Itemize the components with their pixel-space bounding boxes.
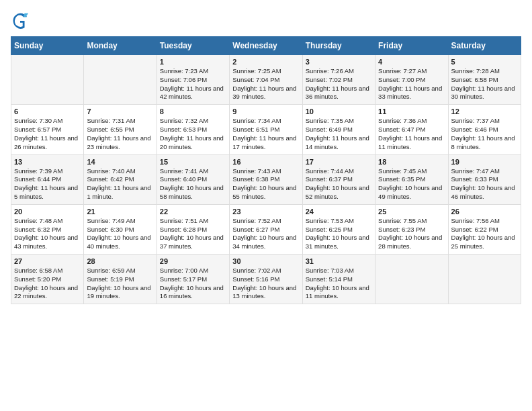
day-cell: 21Sunrise: 7:49 AM Sunset: 6:30 PM Dayli… xyxy=(84,204,157,254)
week-row-4: 20Sunrise: 7:48 AM Sunset: 6:32 PM Dayli… xyxy=(11,204,521,254)
day-cell: 3Sunrise: 7:26 AM Sunset: 7:02 PM Daylig… xyxy=(302,55,375,105)
day-info: Sunrise: 7:25 AM Sunset: 7:04 PM Dayligh… xyxy=(232,67,299,101)
day-info: Sunrise: 6:59 AM Sunset: 5:19 PM Dayligh… xyxy=(87,267,153,301)
day-cell: 4Sunrise: 7:27 AM Sunset: 7:00 PM Daylig… xyxy=(375,55,448,105)
day-info: Sunrise: 7:26 AM Sunset: 7:02 PM Dayligh… xyxy=(306,67,372,101)
day-cell xyxy=(84,55,157,105)
day-cell: 6Sunrise: 7:30 AM Sunset: 6:57 PM Daylig… xyxy=(11,105,84,154)
day-number: 13 xyxy=(14,158,81,166)
day-cell: 5Sunrise: 7:28 AM Sunset: 6:58 PM Daylig… xyxy=(448,55,521,105)
day-info: Sunrise: 7:39 AM Sunset: 6:44 PM Dayligh… xyxy=(14,167,81,201)
day-info: Sunrise: 7:55 AM Sunset: 6:23 PM Dayligh… xyxy=(378,217,445,251)
day-cell: 8Sunrise: 7:32 AM Sunset: 6:53 PM Daylig… xyxy=(157,105,229,154)
day-info: Sunrise: 7:49 AM Sunset: 6:30 PM Dayligh… xyxy=(87,217,153,251)
day-cell: 31Sunrise: 7:03 AM Sunset: 5:14 PM Dayli… xyxy=(302,255,375,304)
logo-icon xyxy=(11,11,30,30)
day-number: 27 xyxy=(14,257,81,265)
col-header-wednesday: Wednesday xyxy=(230,37,302,55)
day-cell: 7Sunrise: 7:31 AM Sunset: 6:55 PM Daylig… xyxy=(84,105,157,154)
day-cell: 30Sunrise: 7:02 AM Sunset: 5:16 PM Dayli… xyxy=(230,255,302,304)
page: SundayMondayTuesdayWednesdayThursdayFrid… xyxy=(0,0,532,311)
day-number: 10 xyxy=(306,107,372,116)
day-cell: 1Sunrise: 7:23 AM Sunset: 7:06 PM Daylig… xyxy=(157,55,229,105)
day-cell: 23Sunrise: 7:52 AM Sunset: 6:27 PM Dayli… xyxy=(230,204,302,254)
day-info: Sunrise: 6:58 AM Sunset: 5:20 PM Dayligh… xyxy=(14,267,81,301)
header-row: SundayMondayTuesdayWednesdayThursdayFrid… xyxy=(11,37,521,55)
day-number: 20 xyxy=(14,208,81,216)
day-info: Sunrise: 7:34 AM Sunset: 6:51 PM Dayligh… xyxy=(232,117,299,151)
day-number: 12 xyxy=(451,107,518,116)
day-info: Sunrise: 7:44 AM Sunset: 6:37 PM Dayligh… xyxy=(306,167,372,201)
calendar-table: SundayMondayTuesdayWednesdayThursdayFrid… xyxy=(11,36,521,304)
day-number: 28 xyxy=(87,257,153,265)
day-info: Sunrise: 7:56 AM Sunset: 6:22 PM Dayligh… xyxy=(451,217,518,251)
day-cell: 22Sunrise: 7:51 AM Sunset: 6:28 PM Dayli… xyxy=(157,204,229,254)
day-number: 29 xyxy=(160,257,226,265)
day-cell: 17Sunrise: 7:44 AM Sunset: 6:37 PM Dayli… xyxy=(302,154,375,204)
day-cell: 16Sunrise: 7:43 AM Sunset: 6:38 PM Dayli… xyxy=(230,154,302,204)
day-info: Sunrise: 7:52 AM Sunset: 6:27 PM Dayligh… xyxy=(232,217,299,251)
day-info: Sunrise: 7:31 AM Sunset: 6:55 PM Dayligh… xyxy=(87,117,153,151)
day-cell: 15Sunrise: 7:41 AM Sunset: 6:40 PM Dayli… xyxy=(157,154,229,204)
day-info: Sunrise: 7:03 AM Sunset: 5:14 PM Dayligh… xyxy=(306,267,372,301)
day-info: Sunrise: 7:02 AM Sunset: 5:16 PM Dayligh… xyxy=(232,267,299,301)
day-info: Sunrise: 7:43 AM Sunset: 6:38 PM Dayligh… xyxy=(232,167,299,201)
day-cell: 28Sunrise: 6:59 AM Sunset: 5:19 PM Dayli… xyxy=(84,255,157,304)
day-info: Sunrise: 7:47 AM Sunset: 6:33 PM Dayligh… xyxy=(451,167,518,201)
day-number: 3 xyxy=(306,58,372,66)
day-cell: 18Sunrise: 7:45 AM Sunset: 6:35 PM Dayli… xyxy=(375,154,448,204)
day-number: 8 xyxy=(160,107,226,116)
day-number: 18 xyxy=(378,158,445,166)
col-header-saturday: Saturday xyxy=(448,37,521,55)
day-cell: 10Sunrise: 7:35 AM Sunset: 6:49 PM Dayli… xyxy=(302,105,375,154)
day-info: Sunrise: 7:40 AM Sunset: 6:42 PM Dayligh… xyxy=(87,167,153,201)
day-cell: 29Sunrise: 7:00 AM Sunset: 5:17 PM Dayli… xyxy=(157,255,229,304)
day-number: 9 xyxy=(232,107,299,116)
day-number: 7 xyxy=(87,107,153,116)
day-info: Sunrise: 7:36 AM Sunset: 6:47 PM Dayligh… xyxy=(378,117,445,151)
day-info: Sunrise: 7:41 AM Sunset: 6:40 PM Dayligh… xyxy=(160,167,226,201)
day-cell: 19Sunrise: 7:47 AM Sunset: 6:33 PM Dayli… xyxy=(448,154,521,204)
day-info: Sunrise: 7:53 AM Sunset: 6:25 PM Dayligh… xyxy=(306,217,372,251)
day-cell xyxy=(448,255,521,304)
day-number: 1 xyxy=(160,58,226,66)
day-number: 6 xyxy=(14,107,81,116)
week-row-1: 1Sunrise: 7:23 AM Sunset: 7:06 PM Daylig… xyxy=(11,55,521,105)
col-header-thursday: Thursday xyxy=(302,37,375,55)
day-cell: 27Sunrise: 6:58 AM Sunset: 5:20 PM Dayli… xyxy=(11,255,84,304)
day-info: Sunrise: 7:30 AM Sunset: 6:57 PM Dayligh… xyxy=(14,117,81,151)
day-info: Sunrise: 7:51 AM Sunset: 6:28 PM Dayligh… xyxy=(160,217,226,251)
day-cell: 11Sunrise: 7:36 AM Sunset: 6:47 PM Dayli… xyxy=(375,105,448,154)
day-cell: 24Sunrise: 7:53 AM Sunset: 6:25 PM Dayli… xyxy=(302,204,375,254)
day-info: Sunrise: 7:37 AM Sunset: 6:46 PM Dayligh… xyxy=(451,117,518,151)
day-number: 23 xyxy=(232,208,299,216)
day-number: 19 xyxy=(451,158,518,166)
day-number: 26 xyxy=(451,208,518,216)
day-cell: 12Sunrise: 7:37 AM Sunset: 6:46 PM Dayli… xyxy=(448,105,521,154)
day-info: Sunrise: 7:00 AM Sunset: 5:17 PM Dayligh… xyxy=(160,267,226,301)
day-info: Sunrise: 7:35 AM Sunset: 6:49 PM Dayligh… xyxy=(306,117,372,151)
day-number: 16 xyxy=(232,158,299,166)
day-cell xyxy=(375,255,448,304)
logo xyxy=(11,11,32,30)
day-info: Sunrise: 7:23 AM Sunset: 7:06 PM Dayligh… xyxy=(160,67,226,101)
day-cell: 20Sunrise: 7:48 AM Sunset: 6:32 PM Dayli… xyxy=(11,204,84,254)
day-number: 14 xyxy=(87,158,153,166)
day-number: 17 xyxy=(306,158,372,166)
day-number: 31 xyxy=(306,257,372,265)
day-cell: 26Sunrise: 7:56 AM Sunset: 6:22 PM Dayli… xyxy=(448,204,521,254)
day-info: Sunrise: 7:48 AM Sunset: 6:32 PM Dayligh… xyxy=(14,217,81,251)
day-number: 25 xyxy=(378,208,445,216)
day-number: 11 xyxy=(378,107,445,116)
col-header-tuesday: Tuesday xyxy=(157,37,229,55)
week-row-3: 13Sunrise: 7:39 AM Sunset: 6:44 PM Dayli… xyxy=(11,154,521,204)
col-header-friday: Friday xyxy=(375,37,448,55)
day-cell: 25Sunrise: 7:55 AM Sunset: 6:23 PM Dayli… xyxy=(375,204,448,254)
day-number: 15 xyxy=(160,158,226,166)
day-info: Sunrise: 7:27 AM Sunset: 7:00 PM Dayligh… xyxy=(378,67,445,101)
col-header-monday: Monday xyxy=(84,37,157,55)
week-row-2: 6Sunrise: 7:30 AM Sunset: 6:57 PM Daylig… xyxy=(11,105,521,154)
day-number: 30 xyxy=(232,257,299,265)
day-info: Sunrise: 7:32 AM Sunset: 6:53 PM Dayligh… xyxy=(160,117,226,151)
day-cell: 14Sunrise: 7:40 AM Sunset: 6:42 PM Dayli… xyxy=(84,154,157,204)
